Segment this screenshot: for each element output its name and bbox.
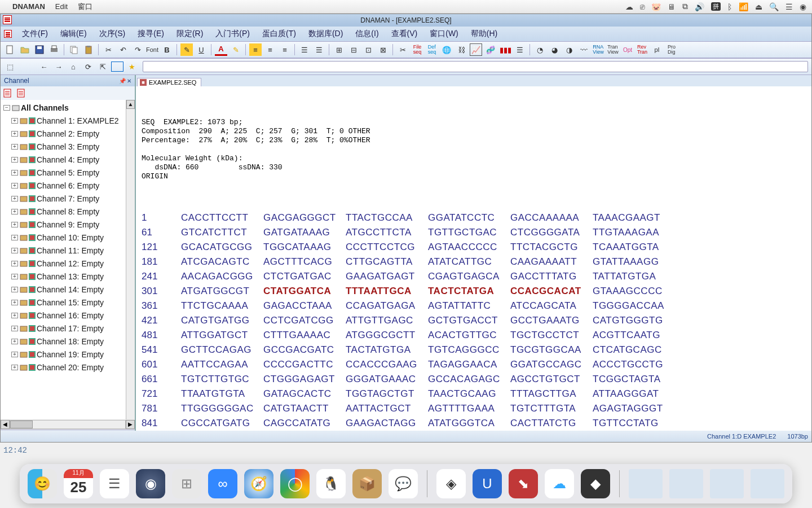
screen-icon[interactable]: ⎚ [640, 2, 645, 11]
volume-icon[interactable]: 🔊 [695, 2, 704, 11]
save-icon[interactable] [33, 43, 46, 56]
tree-item[interactable]: +Channel 7: Empty [2, 192, 134, 205]
nav-blank-icon[interactable]: ⬚ [4, 60, 16, 73]
hscroll-right-icon[interactable]: ▶ [126, 420, 135, 429]
channel-tree[interactable]: − All Channels +Channel 1: EXAMPLE2+Chan… [1, 100, 135, 419]
input-icon[interactable]: 拼 [711, 2, 721, 11]
dock-baidu-icon[interactable]: ∞ [208, 469, 237, 498]
hscroll-left-icon[interactable]: ◀ [1, 420, 10, 429]
menu-search[interactable]: 搜寻(E) [133, 28, 169, 40]
tree-item[interactable]: +Channel 1: EXAMPLE2 [2, 114, 134, 127]
siri-color-icon[interactable]: ◉ [800, 2, 806, 11]
highlight2-icon[interactable]: ✎ [230, 43, 242, 56]
menu-view[interactable]: 查看(V) [387, 28, 422, 40]
menu-primer[interactable]: 入门书(P) [211, 28, 254, 40]
font-color-button[interactable]: A [215, 43, 227, 56]
pig-icon[interactable]: 🐷 [651, 2, 661, 11]
eject-icon[interactable]: ⏏ [755, 2, 762, 11]
tree-item[interactable]: +Channel 17: Empty [2, 322, 134, 335]
tool4-icon[interactable]: ⊠ [377, 43, 389, 56]
tree-vscroll[interactable]: ▲ [126, 100, 135, 419]
tree-item[interactable]: +Channel 4: Empty [2, 153, 134, 166]
dock-wechat-icon[interactable]: 💬 [389, 469, 418, 498]
copy-icon[interactable] [68, 43, 80, 56]
tran-view-icon[interactable]: TranView [607, 43, 619, 56]
cut2-icon[interactable]: ✂ [396, 43, 409, 56]
dock-box-icon[interactable]: 📦 [352, 469, 382, 498]
menu-protein[interactable]: 蛋白质(T) [258, 28, 301, 40]
close-pane-icon[interactable]: ✕ [127, 78, 131, 84]
search-icon[interactable]: 🔍 [769, 2, 779, 11]
tree-item[interactable]: +Channel 13: Empty [2, 270, 134, 283]
dock-safari-icon[interactable]: 🧭 [244, 469, 273, 498]
wifi-icon[interactable]: 📶 [739, 2, 748, 11]
tree-item[interactable]: +Channel 11: Empty [2, 244, 134, 257]
dock-app1-icon[interactable]: ◈ [436, 469, 466, 498]
chain-icon[interactable]: ⛓ [455, 43, 467, 56]
dock-app2-icon[interactable]: U [473, 469, 502, 498]
rna-icon[interactable]: 🧬 [484, 43, 497, 56]
dock-qq-icon[interactable]: 🐧 [316, 469, 346, 498]
nav-fwd-icon[interactable]: → [52, 60, 65, 73]
align-right-icon[interactable]: ≡ [279, 43, 291, 56]
align-left-icon[interactable]: ≡ [249, 43, 262, 56]
dock-calendar-icon[interactable]: 11月 25 [64, 469, 93, 498]
new-icon[interactable] [4, 43, 16, 56]
opt-icon[interactable]: Opt [621, 43, 634, 56]
undo-icon[interactable]: ↶ [117, 43, 129, 56]
tree-item[interactable]: +Channel 3: Empty [2, 140, 134, 153]
paste-icon[interactable] [82, 43, 95, 56]
tree-item[interactable]: +Channel 14: Empty [2, 283, 134, 296]
dock-min4-icon[interactable] [751, 469, 784, 498]
dock-min3-icon[interactable] [710, 469, 744, 498]
cut-icon[interactable]: ✂ [102, 43, 114, 56]
tree-item[interactable]: +Channel 10: Empty [2, 231, 134, 244]
nav-address-input[interactable] [143, 61, 808, 72]
doc-tab-close-icon[interactable]: ■ [140, 79, 147, 86]
nav-home-icon[interactable]: ⌂ [67, 60, 80, 73]
dock-app3-icon[interactable]: ⬊ [509, 469, 538, 498]
tree-hscroll[interactable]: ◀ ▶ [1, 419, 135, 430]
tool3-icon[interactable]: ⊡ [362, 43, 374, 56]
dock-finder-icon[interactable]: 😊 [28, 469, 57, 498]
dock-reminders-icon[interactable]: ☰ [100, 469, 129, 498]
doc-tab-active[interactable]: ■ EXAMPLE2.SEQ [137, 78, 201, 86]
tree-root[interactable]: − All Channels [2, 101, 134, 114]
pie1-icon[interactable]: ◔ [533, 43, 546, 56]
mirror-icon[interactable]: ⧉ [682, 2, 688, 11]
nav-doc-icon[interactable] [111, 62, 123, 72]
underline-button[interactable]: U [195, 43, 208, 56]
globe-icon[interactable]: 🌐 [440, 43, 453, 56]
mac-menu-edit[interactable]: Edit [55, 2, 68, 11]
tree-item[interactable]: +Channel 6: Empty [2, 179, 134, 192]
menu-doc-icon[interactable] [4, 30, 12, 38]
highlight-icon[interactable]: ✎ [180, 43, 193, 56]
font-button[interactable]: Font [146, 43, 158, 56]
pin-icon[interactable]: 📌 [119, 78, 126, 84]
list2-icon[interactable]: ☰ [514, 43, 526, 56]
nav-back-icon[interactable]: ← [38, 60, 50, 73]
file-seq-icon[interactable]: Fileseq [411, 43, 423, 56]
menu-sequence[interactable]: 次序(S) [95, 28, 130, 40]
def-seq-icon[interactable]: Defseq [426, 43, 438, 56]
prot-icon[interactable]: ProDig [665, 43, 678, 56]
mac-menu-window[interactable]: 窗口 [78, 2, 92, 12]
tree-item[interactable]: +Channel 20: Empty [2, 361, 134, 374]
menu-edit[interactable]: 编辑(E) [56, 28, 91, 40]
tree-item[interactable]: +Channel 12: Empty [2, 257, 134, 270]
align-center-icon[interactable]: ≡ [264, 43, 276, 56]
pie2-icon[interactable]: ◕ [548, 43, 561, 56]
pie3-icon[interactable]: ◑ [563, 43, 575, 56]
tree-item[interactable]: +Channel 15: Empty [2, 296, 134, 309]
tree-item[interactable]: +Channel 16: Empty [2, 309, 134, 322]
nav-refresh-icon[interactable]: ⟳ [82, 60, 94, 73]
tree-item[interactable]: +Channel 5: Empty [2, 166, 134, 179]
menu-help[interactable]: 帮助(H) [466, 28, 502, 40]
list-bullet-icon[interactable]: ☰ [313, 43, 325, 56]
print-icon[interactable] [48, 43, 60, 56]
tool1-icon[interactable]: ⊞ [333, 43, 345, 56]
pane-doc1-icon[interactable] [3, 88, 13, 98]
menu-window[interactable]: 窗口(W) [425, 28, 463, 40]
dock-siri-icon[interactable]: ◉ [136, 469, 165, 498]
dock-app4-icon[interactable]: ◆ [581, 469, 610, 498]
